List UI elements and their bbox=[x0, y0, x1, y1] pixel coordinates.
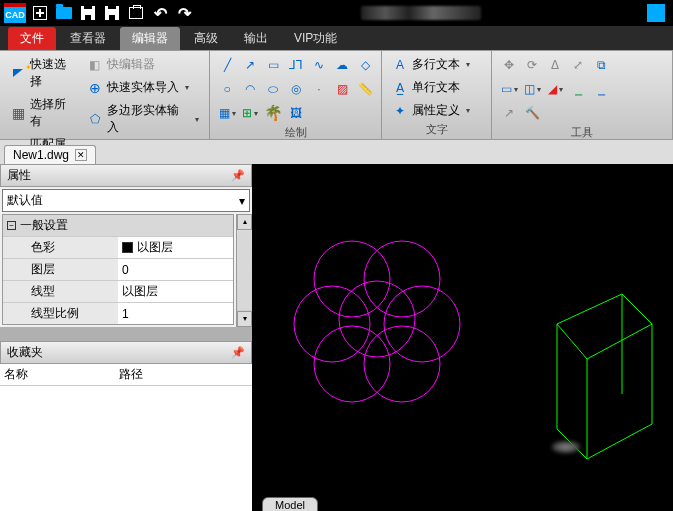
print-button[interactable] bbox=[126, 3, 146, 23]
svg-point-1 bbox=[314, 241, 390, 317]
cloud-tool[interactable]: ☁ bbox=[331, 54, 353, 76]
paint-tool[interactable]: ◢▾ bbox=[544, 78, 566, 100]
properties-scrollbar[interactable]: ▴ ▾ bbox=[236, 214, 252, 327]
close-tab-icon[interactable]: ✕ bbox=[75, 149, 87, 161]
green-cube bbox=[557, 294, 652, 459]
block-tool[interactable]: ▦▾ bbox=[216, 102, 238, 124]
prop-row-color[interactable]: 色彩以图层 bbox=[3, 236, 233, 258]
svg-point-5 bbox=[314, 326, 390, 402]
toolbox-1[interactable]: ▭▾ bbox=[498, 78, 520, 100]
line-tool[interactable]: ╱ bbox=[216, 54, 238, 76]
hammer-icon[interactable]: 🔨 bbox=[521, 102, 543, 124]
pin-icon[interactable]: 📌 bbox=[231, 346, 245, 359]
toolbox-2[interactable]: ◫▾ bbox=[521, 78, 543, 100]
favorites-columns: 名称路径 bbox=[0, 364, 252, 386]
svg-point-3 bbox=[294, 286, 370, 362]
trim-tool[interactable]: Δ bbox=[544, 54, 566, 76]
group-label-text: 文字 bbox=[388, 121, 485, 138]
scale-tool[interactable]: ⤢ bbox=[567, 54, 589, 76]
flower-circles bbox=[294, 241, 460, 402]
stext-button[interactable]: A̲单行文本 bbox=[388, 77, 474, 98]
svg-point-4 bbox=[384, 286, 460, 362]
ellipse-tool[interactable]: ⬭ bbox=[262, 78, 284, 100]
ray-tool[interactable]: ↗ bbox=[239, 54, 261, 76]
polygon-input-button[interactable]: ⬠多边形实体输入▾ bbox=[83, 100, 203, 138]
image-tool[interactable]: 🖼 bbox=[285, 102, 307, 124]
ucs-icon bbox=[552, 441, 580, 453]
donut-tool[interactable]: ◎ bbox=[285, 78, 307, 100]
tab-output[interactable]: 输出 bbox=[232, 27, 280, 50]
pin-icon[interactable]: 📌 bbox=[231, 169, 245, 182]
entity-import-button[interactable]: ⊕快速实体导入▾ bbox=[83, 77, 203, 98]
properties-header: 属性 📌 bbox=[0, 164, 252, 187]
attdef-button[interactable]: ✦属性定义▾ bbox=[388, 100, 474, 121]
color-swatch bbox=[122, 242, 133, 253]
svg-point-0 bbox=[339, 281, 415, 357]
category-general[interactable]: −一般设置 bbox=[3, 215, 233, 236]
join-tool[interactable]: ⎯ bbox=[567, 78, 589, 100]
arc-tool[interactable]: ◠ bbox=[239, 78, 261, 100]
measure-tool[interactable]: 📏 bbox=[354, 78, 376, 100]
tab-file[interactable]: 文件 bbox=[8, 27, 56, 50]
model-tab[interactable]: Model bbox=[262, 497, 318, 511]
undo-button[interactable]: ↶ bbox=[150, 3, 170, 23]
tab-editor[interactable]: 编辑器 bbox=[120, 27, 180, 50]
default-value-combo[interactable]: 默认值▾ bbox=[2, 189, 250, 212]
svg-point-6 bbox=[364, 326, 440, 402]
copy-tool[interactable]: ⧉ bbox=[590, 54, 612, 76]
select-all-button[interactable]: ▦选择所有 bbox=[6, 94, 81, 132]
save-as-button[interactable] bbox=[102, 3, 122, 23]
circle-tool[interactable]: ○ bbox=[216, 78, 238, 100]
prop-row-layer[interactable]: 图层0 bbox=[3, 258, 233, 280]
tab-advanced[interactable]: 高级 bbox=[182, 27, 230, 50]
group-label-draw: 绘制 bbox=[216, 124, 375, 141]
palm-icon[interactable]: 🌴 bbox=[262, 102, 284, 124]
save-button[interactable] bbox=[78, 3, 98, 23]
mtext-button[interactable]: A多行文本▾ bbox=[388, 54, 474, 75]
rotate-tool[interactable]: ⟳ bbox=[521, 54, 543, 76]
favorites-list[interactable] bbox=[0, 386, 252, 511]
drawing-canvas[interactable]: Model bbox=[252, 164, 673, 511]
point-tool[interactable]: ∙ bbox=[308, 78, 330, 100]
hatch-tool[interactable]: ▨ bbox=[331, 78, 353, 100]
scroll-down-icon[interactable]: ▾ bbox=[237, 311, 252, 327]
move-tool[interactable]: ✥ bbox=[498, 54, 520, 76]
document-name: New1.dwg bbox=[13, 148, 69, 162]
title-text bbox=[361, 6, 481, 20]
document-tab[interactable]: New1.dwg ✕ bbox=[4, 145, 96, 164]
insert-tool[interactable]: ⊞▾ bbox=[239, 102, 261, 124]
redo-button[interactable]: ↷ bbox=[174, 3, 194, 23]
new-file-button[interactable] bbox=[30, 3, 50, 23]
window-control[interactable] bbox=[647, 4, 665, 22]
prop-row-lscale[interactable]: 线型比例1 bbox=[3, 302, 233, 324]
favorites-header: 收藏夹 📌 bbox=[0, 341, 252, 364]
quick-select-button[interactable]: 快速选择 bbox=[6, 54, 81, 92]
quick-edit-button: ◧快编辑器 bbox=[83, 54, 203, 75]
scroll-up-icon[interactable]: ▴ bbox=[237, 214, 252, 230]
polyline-tool[interactable]: ⅃⅂ bbox=[285, 54, 307, 76]
tab-viewer[interactable]: 查看器 bbox=[58, 27, 118, 50]
tab-vip[interactable]: VIP功能 bbox=[282, 27, 349, 50]
rect-tool[interactable]: ▭ bbox=[262, 54, 284, 76]
app-logo[interactable]: CAD bbox=[4, 3, 26, 23]
spline-tool[interactable]: ∿ bbox=[308, 54, 330, 76]
extend-tool[interactable]: ⎯ bbox=[590, 78, 612, 100]
group-label-tools: 工具 bbox=[498, 124, 666, 141]
shape-tool[interactable]: ◇ bbox=[354, 54, 376, 76]
arrow-tool[interactable]: ↗ bbox=[498, 102, 520, 124]
scroll-thumb[interactable] bbox=[238, 231, 251, 310]
svg-point-2 bbox=[364, 241, 440, 317]
prop-row-ltype[interactable]: 线型以图层 bbox=[3, 280, 233, 302]
open-file-button[interactable] bbox=[54, 3, 74, 23]
chevron-down-icon: ▾ bbox=[239, 194, 245, 208]
